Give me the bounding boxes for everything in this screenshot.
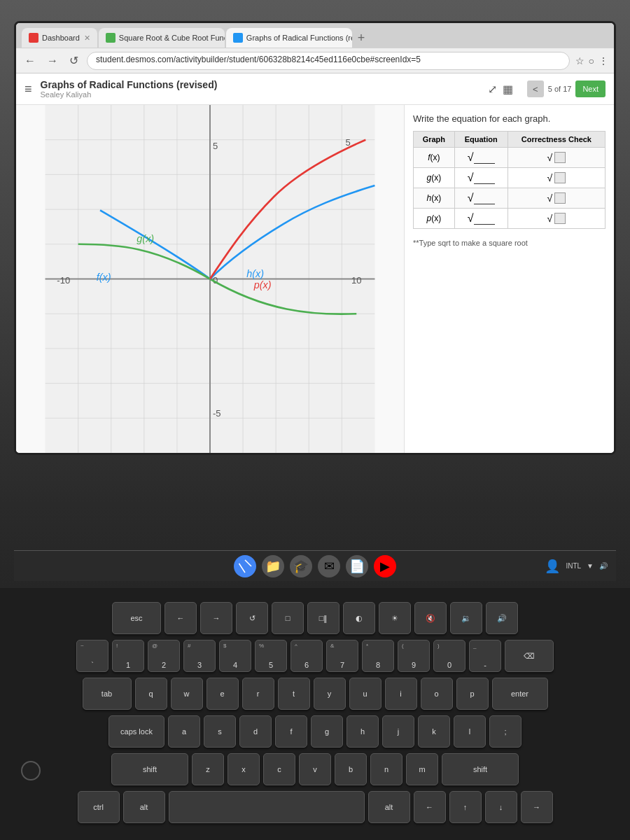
- key-shift-right[interactable]: shift: [442, 753, 519, 785]
- key-f[interactable]: f: [275, 715, 307, 748]
- key-shift-left[interactable]: shift: [111, 753, 188, 785]
- chrome-icon[interactable]: [234, 555, 256, 578]
- tab-close-dashboard[interactable]: ✕: [84, 34, 90, 43]
- key-1[interactable]: ! 1: [112, 640, 144, 672]
- key-bright-down[interactable]: ◐: [343, 602, 375, 634]
- mail-icon[interactable]: ✉: [318, 555, 340, 578]
- table-row: f(x) √ √: [414, 148, 606, 168]
- equation-input-px[interactable]: √: [454, 209, 507, 229]
- activity-title: Graphs of Radical Functions (revised): [41, 79, 488, 90]
- prev-page-button[interactable]: <: [527, 80, 544, 97]
- key-alt[interactable]: alt: [123, 791, 165, 823]
- key-semicolon[interactable]: ;: [489, 715, 522, 748]
- key-5[interactable]: % 5: [255, 640, 287, 672]
- key-j[interactable]: j: [382, 715, 414, 748]
- equation-input-hx[interactable]: √: [454, 188, 507, 209]
- key-6[interactable]: ^ 6: [290, 640, 323, 672]
- hamburger-icon[interactable]: ≡: [24, 82, 32, 97]
- key-4[interactable]: $ 4: [219, 640, 251, 672]
- menu-dots-icon[interactable]: ⋮: [598, 55, 608, 66]
- key-i[interactable]: i: [385, 678, 417, 710]
- key-tab[interactable]: tab: [83, 678, 132, 710]
- key-b[interactable]: b: [335, 753, 367, 785]
- profile-icon[interactable]: ○: [589, 55, 594, 66]
- key-y[interactable]: y: [314, 678, 346, 710]
- key-r[interactable]: r: [242, 678, 274, 710]
- key-vol-up[interactable]: 🔊: [486, 602, 518, 634]
- key-z[interactable]: z: [192, 753, 224, 785]
- key-n[interactable]: n: [370, 753, 402, 785]
- key-g[interactable]: g: [311, 715, 343, 748]
- address-bar[interactable]: student.desmos.com/activitybuilder/stude…: [87, 52, 570, 70]
- key-a[interactable]: a: [168, 715, 200, 748]
- svg-text:g(x): g(x): [136, 233, 154, 244]
- key-0[interactable]: ) 0: [433, 640, 465, 672]
- key-forward[interactable]: →: [200, 602, 232, 634]
- calculator-icon[interactable]: ▦: [503, 83, 513, 96]
- key-2[interactable]: @ 2: [148, 640, 180, 672]
- key-arrow-right[interactable]: →: [521, 791, 553, 823]
- key-back[interactable]: ←: [164, 602, 197, 634]
- key-l[interactable]: l: [454, 715, 486, 748]
- key-w[interactable]: w: [171, 678, 203, 710]
- key-ctrl[interactable]: ctrl: [78, 791, 120, 823]
- key-s[interactable]: s: [204, 715, 236, 748]
- key-u[interactable]: u: [349, 678, 382, 710]
- key-q[interactable]: q: [135, 678, 167, 710]
- key-minus[interactable]: _ -: [469, 640, 501, 672]
- key-tilde[interactable]: ~ `: [76, 640, 108, 672]
- key-refresh[interactable]: ↺: [236, 602, 268, 634]
- refresh-button[interactable]: ↺: [66, 52, 81, 69]
- tab-graphs[interactable]: Graphs of Radical Functions (rev... ✕: [226, 28, 352, 48]
- expand-icon[interactable]: ⤢: [488, 83, 497, 96]
- key-x[interactable]: x: [227, 753, 260, 785]
- hint-text: **Type sqrt to make a square root: [413, 239, 606, 247]
- key-esc[interactable]: esc: [112, 602, 161, 634]
- key-arrow-down[interactable]: ↓: [485, 791, 517, 823]
- key-bright-up[interactable]: ☀: [379, 602, 411, 634]
- key-space[interactable]: [169, 791, 365, 823]
- key-3[interactable]: # 3: [183, 640, 216, 672]
- key-o[interactable]: o: [421, 678, 453, 710]
- next-page-button[interactable]: Next: [575, 80, 606, 97]
- key-arrow-up[interactable]: ↑: [449, 791, 482, 823]
- doc-icon[interactable]: 📄: [346, 555, 368, 578]
- key-t[interactable]: t: [278, 678, 310, 710]
- table-row: p(x) √ √: [414, 209, 606, 229]
- graph-label-px: p(x): [414, 209, 455, 229]
- key-arrow-left[interactable]: ←: [414, 791, 446, 823]
- tab-dashboard[interactable]: Dashboard ✕: [22, 28, 97, 48]
- equation-input-fx[interactable]: √: [454, 148, 507, 168]
- key-c[interactable]: c: [263, 753, 295, 785]
- school-icon[interactable]: 🎓: [290, 555, 312, 578]
- key-enter[interactable]: enter: [492, 678, 548, 710]
- address-text: student.desmos.com/activitybuilder/stude…: [96, 55, 421, 64]
- equation-input-gx[interactable]: √: [454, 168, 507, 188]
- forward-button[interactable]: →: [44, 53, 61, 69]
- power-button[interactable]: [21, 761, 41, 780]
- key-vol-down[interactable]: 🔉: [450, 602, 482, 634]
- youtube-icon[interactable]: ▶: [374, 555, 396, 578]
- key-fullscreen[interactable]: □: [272, 602, 304, 634]
- key-mute[interactable]: 🔇: [414, 602, 447, 634]
- files-icon[interactable]: 📁: [262, 555, 284, 578]
- key-alt-right[interactable]: alt: [368, 791, 410, 823]
- key-d[interactable]: d: [239, 715, 272, 748]
- key-caps[interactable]: caps lock: [108, 715, 164, 748]
- key-7[interactable]: & 7: [326, 640, 358, 672]
- key-8[interactable]: * 8: [362, 640, 394, 672]
- key-9[interactable]: ( 9: [398, 640, 430, 672]
- key-e[interactable]: e: [206, 678, 239, 710]
- tab-add-button[interactable]: +: [354, 31, 370, 46]
- key-p[interactable]: p: [456, 678, 489, 710]
- key-v[interactable]: v: [299, 753, 331, 785]
- bookmark-icon[interactable]: ☆: [575, 55, 584, 66]
- key-m[interactable]: m: [406, 753, 438, 785]
- key-windows[interactable]: □‖: [307, 602, 340, 634]
- right-panel: Write the equation for each graph. Graph…: [404, 105, 614, 453]
- back-button[interactable]: ←: [22, 53, 38, 69]
- key-backspace[interactable]: ⌫: [505, 640, 554, 672]
- tab-square-root[interactable]: Square Root & Cube Root Functio... ✕: [99, 28, 225, 48]
- key-h[interactable]: h: [346, 715, 379, 748]
- key-k[interactable]: k: [418, 715, 450, 748]
